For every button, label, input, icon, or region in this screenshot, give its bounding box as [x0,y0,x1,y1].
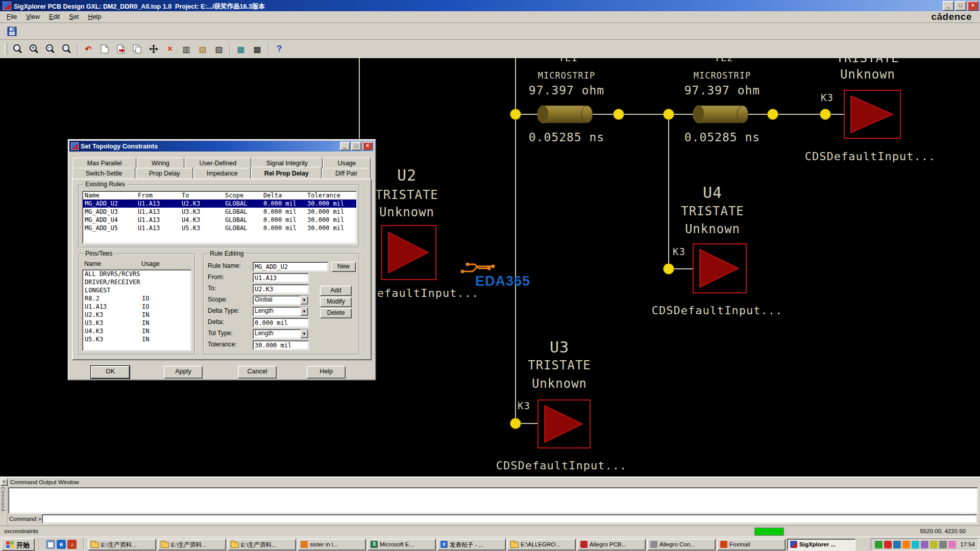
show-desktop-icon[interactable]: ▦ [46,540,55,549]
net-node[interactable] [663,263,674,274]
to-input[interactable] [253,284,309,294]
measure-button[interactable]: ▧ [195,41,210,57]
zoom-in-button[interactable]: + [26,41,41,57]
list-item[interactable]: U4.K3IN [83,327,191,335]
media-player-icon[interactable]: ♪ [67,540,77,549]
from-input[interactable] [253,273,309,283]
help-button-dialog[interactable]: Help [307,366,346,379]
delete-rule-button[interactable]: Delete [320,308,352,318]
tolerance-input[interactable] [253,340,309,350]
delta-input[interactable] [253,318,309,328]
menu-edit[interactable]: Edit [44,12,65,22]
menu-view[interactable]: View [21,12,44,22]
command-pane-grip[interactable]: × Command... [0,478,8,527]
dialog-maximize-button[interactable]: □ [351,142,361,151]
taskbar-item-allegro-con[interactable]: Allegro Con... [647,539,716,550]
taskbar-item-sister[interactable]: sister in l... [298,539,366,550]
list-item[interactable]: DRIVER/RECEIVER [83,278,191,286]
tab-impedance[interactable]: Impedance [193,168,251,180]
menu-help[interactable]: Help [83,12,106,22]
move-button[interactable] [146,41,161,57]
new-rule-button[interactable]: New [331,262,356,272]
dialog-titlebar[interactable]: Set Topology Constraints _ □ × [69,141,374,152]
tray-icon-3[interactable] [893,541,901,548]
net-node[interactable] [767,109,778,120]
tab-wiring[interactable]: Wiring [137,158,184,168]
tab-rel-prop-delay[interactable]: Rel Prop Delay [251,167,322,179]
export-button[interactable] [113,41,129,57]
minimize-button[interactable]: _ [943,1,954,11]
list-item[interactable]: LONGEST [83,286,191,294]
component-buffer[interactable] [693,243,747,293]
toolbar-grip[interactable] [5,43,7,55]
cancel-button[interactable]: Cancel [238,366,277,379]
tray-icon-6[interactable] [921,541,928,548]
delta-type-select[interactable]: Length ▼ [253,307,309,316]
start-button[interactable]: 开始 [1,538,35,551]
internet-explorer-icon[interactable]: e [57,540,66,549]
net-line-vertical[interactable] [668,114,669,269]
clock[interactable]: 17:54 [958,541,975,547]
list-item[interactable]: U5.K3IN [83,335,191,343]
tray-icon-7[interactable] [930,541,938,548]
taskbar-item-excel[interactable]: X Microsoft E... [368,539,436,550]
close-pane-icon[interactable]: × [1,479,8,486]
net-line-vertical[interactable] [359,58,360,140]
net-node[interactable] [510,109,521,120]
list-item[interactable]: U1.A13IO [83,303,191,311]
dialog-minimize-button[interactable]: _ [340,142,350,151]
transmission-line[interactable] [537,104,596,124]
menu-file[interactable]: File [2,12,21,22]
restore-button[interactable]: □ [955,1,966,11]
scope-select[interactable]: Global ▼ [253,295,309,305]
tab-user-defined[interactable]: User-Defined [185,158,251,168]
new-sheet-button[interactable] [97,41,112,57]
taskbar-item-allegro-pcb[interactable]: Allegro PCB... [577,539,646,550]
command-output-area[interactable] [8,487,978,514]
tray-icon-5[interactable] [912,541,919,548]
tray-icon-2[interactable] [884,541,892,548]
list-item[interactable]: ALL DRVRS/RCVRS [83,270,191,278]
undo-button[interactable]: ↶ [81,41,96,57]
list-item[interactable]: U2.K3IN [83,311,191,319]
tray-icon-9[interactable] [948,541,956,548]
apply-button[interactable]: Apply [164,366,203,379]
zoom-points-button[interactable] [10,41,25,57]
table-row[interactable]: MG_ADD_U2U1.A13 U2.K3GLOBAL 0.000 mil30.… [83,199,356,208]
close-button[interactable]: × [967,1,978,11]
window-titlebar[interactable]: SigXplorer PCB Design GXL: DM2_DDR0_A0.t… [0,0,980,11]
tray-icon-8[interactable] [939,541,947,548]
table-row[interactable]: MG_ADD_U3U1.A13 U3.K3GLOBAL 0.000 mil30.… [83,208,356,216]
existing-rules-table[interactable]: NameFrom ToScope DeltaTolerance MG_ADD_U… [82,191,357,244]
taskbar-item-folder-allegro[interactable]: E:\ALLEGRO... [507,539,576,550]
taskbar-item-browser[interactable]: e 发表帖子 - ... [437,539,506,550]
taskbar-item-foxmail[interactable]: Foxmail [717,539,786,550]
command-input[interactable] [42,514,977,523]
taskbar-item-sigxplorer[interactable]: SigXplorer ... [787,539,855,550]
tab-diff-pair[interactable]: Diff Pair [322,168,371,180]
tab-switch-settle[interactable]: Switch-Settle [72,168,135,180]
dialog-close-button[interactable]: × [362,142,373,151]
taskbar-item-folder-2[interactable]: E:\生产资料... [158,539,226,550]
help-button[interactable]: ? [272,41,287,57]
delete-button[interactable]: × [162,41,178,57]
net-node[interactable] [820,109,831,120]
net-node[interactable] [510,418,521,429]
modify-rule-button[interactable]: Modify [320,297,352,307]
rule-name-input[interactable] [253,262,328,271]
pins-tees-list[interactable]: ALL DRVRS/RCVRS DRIVER/RECEIVER LONGEST … [82,269,191,351]
zoom-out-button[interactable]: − [42,41,58,57]
component-buffer[interactable] [844,90,901,139]
ok-button[interactable]: OK [91,366,130,379]
tray-icon-1[interactable] [875,541,883,548]
list-item[interactable]: R8.2IO [83,294,191,303]
copy-button[interactable] [130,41,145,57]
net-node[interactable] [613,109,624,120]
net-node[interactable] [663,109,674,120]
transmission-line[interactable] [693,104,752,124]
table-row[interactable]: MG_ADD_U4U1.A13 U4.K3GLOBAL 0.000 mil30.… [83,216,356,224]
taskbar-item-folder-3[interactable]: E:\生产资料... [228,539,296,550]
tab-usage[interactable]: Usage [323,158,371,168]
section-button[interactable]: ▥ [179,41,194,57]
zoom-fit-button[interactable]: ▫ [59,41,74,57]
